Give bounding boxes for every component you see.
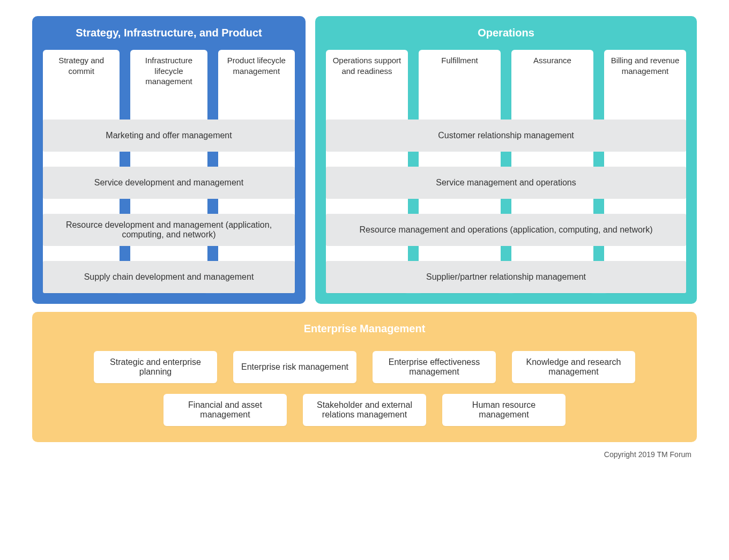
ent-box-knowledge-research: Knowledge and research management [512,351,635,383]
sip-rows: Marketing and offer management Service d… [43,50,295,293]
ops-row-service-ops: Service management and operations [326,167,686,199]
sip-body: Strategy and commit Infrastructure lifec… [43,50,295,293]
enterprise-title: Enterprise Management [48,323,681,335]
ent-box-risk-management: Enterprise risk management [233,351,356,383]
enterprise-row-1: Strategic and enterprise planning Enterp… [48,351,681,383]
ops-row-crm: Customer relationship management [326,120,686,152]
sip-row-service-dev: Service development and management [43,167,295,199]
ops-title: Operations [326,27,686,39]
ent-box-effectiveness: Enterprise effectiveness management [373,351,496,383]
ops-row-supplier-partner: Supplier/partner relationship management [326,261,686,293]
sip-title: Strategy, Infrastructure, and Product [43,27,295,39]
ent-box-stakeholder-relations: Stakeholder and external relations manag… [303,394,426,426]
enterprise-panel: Enterprise Management Strategic and ente… [32,312,697,442]
sip-row-resource-dev: Resource development and management (app… [43,214,295,246]
ops-row-resource-ops: Resource management and operations (appl… [326,214,686,246]
ent-box-financial-asset: Financial and asset management [163,394,287,426]
enterprise-rows: Strategic and enterprise planning Enterp… [48,351,681,426]
ent-box-strategic-planning: Strategic and enterprise planning [94,351,217,383]
copyright-text: Copyright 2019 TM Forum [32,450,697,459]
ops-panel: Operations Operations support and readin… [315,16,697,304]
top-row: Strategy, Infrastructure, and Product St… [32,16,697,304]
sip-row-marketing: Marketing and offer management [43,120,295,152]
ops-body: Operations support and readiness Fulfill… [326,50,686,293]
sip-row-supply-chain: Supply chain development and management [43,261,295,293]
ops-rows: Customer relationship management Service… [326,50,686,293]
enterprise-row-2: Financial and asset management Stakehold… [48,394,681,426]
ent-box-hr-management: Human resource management [442,394,566,426]
sip-panel: Strategy, Infrastructure, and Product St… [32,16,306,304]
